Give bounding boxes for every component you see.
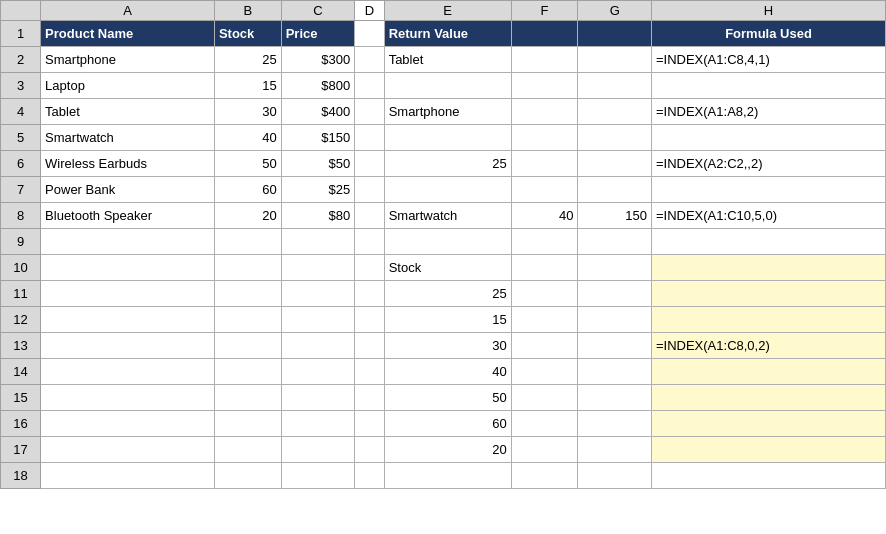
cell-g15[interactable] [578,385,652,411]
cell-d8[interactable] [355,203,384,229]
cell-e17[interactable]: 20 [384,437,511,463]
cell-e4[interactable]: Smartphone [384,99,511,125]
cell-b3[interactable]: 15 [214,73,281,99]
cell-d7[interactable] [355,177,384,203]
cell-g12[interactable] [578,307,652,333]
cell-h12[interactable] [651,307,885,333]
col-header-c[interactable]: C [281,1,355,21]
col-header-e[interactable]: E [384,1,511,21]
col-header-a[interactable]: A [41,1,215,21]
cell-h5[interactable] [651,125,885,151]
cell-g5[interactable] [578,125,652,151]
row-header-4[interactable]: 4 [1,99,41,125]
cell-f1[interactable] [511,21,578,47]
cell-f6[interactable] [511,151,578,177]
row-header-17[interactable]: 17 [1,437,41,463]
cell-c3[interactable]: $800 [281,73,355,99]
cell-d3[interactable] [355,73,384,99]
cell-g17[interactable] [578,437,652,463]
cell-d10[interactable] [355,255,384,281]
cell-c7[interactable]: $25 [281,177,355,203]
row-header-16[interactable]: 16 [1,411,41,437]
row-header-10[interactable]: 10 [1,255,41,281]
cell-c14[interactable] [281,359,355,385]
cell-g6[interactable] [578,151,652,177]
cell-c5[interactable]: $150 [281,125,355,151]
cell-f4[interactable] [511,99,578,125]
cell-c6[interactable]: $50 [281,151,355,177]
cell-b16[interactable] [214,411,281,437]
cell-e18[interactable] [384,463,511,489]
cell-e14[interactable]: 40 [384,359,511,385]
cell-b14[interactable] [214,359,281,385]
cell-f14[interactable] [511,359,578,385]
col-header-f[interactable]: F [511,1,578,21]
cell-b2[interactable]: 25 [214,47,281,73]
cell-c12[interactable] [281,307,355,333]
cell-g16[interactable] [578,411,652,437]
cell-c9[interactable] [281,229,355,255]
cell-h14[interactable] [651,359,885,385]
cell-h2[interactable]: =INDEX(A1:C8,4,1) [651,47,885,73]
cell-d18[interactable] [355,463,384,489]
cell-a13[interactable] [41,333,215,359]
cell-f18[interactable] [511,463,578,489]
cell-f16[interactable] [511,411,578,437]
cell-g18[interactable] [578,463,652,489]
row-header-3[interactable]: 3 [1,73,41,99]
row-header-13[interactable]: 13 [1,333,41,359]
cell-a12[interactable] [41,307,215,333]
row-header-11[interactable]: 11 [1,281,41,307]
cell-c11[interactable] [281,281,355,307]
cell-g1[interactable] [578,21,652,47]
cell-f17[interactable] [511,437,578,463]
cell-b5[interactable]: 40 [214,125,281,151]
cell-g8[interactable]: 150 [578,203,652,229]
cell-a16[interactable] [41,411,215,437]
cell-f11[interactable] [511,281,578,307]
row-header-7[interactable]: 7 [1,177,41,203]
cell-h15[interactable] [651,385,885,411]
cell-b9[interactable] [214,229,281,255]
cell-a9[interactable] [41,229,215,255]
cell-a14[interactable] [41,359,215,385]
cell-d2[interactable] [355,47,384,73]
cell-e9[interactable] [384,229,511,255]
cell-b12[interactable] [214,307,281,333]
row-header-18[interactable]: 18 [1,463,41,489]
cell-h3[interactable] [651,73,885,99]
cell-a4[interactable]: Tablet [41,99,215,125]
cell-h8[interactable]: =INDEX(A1:C10,5,0) [651,203,885,229]
cell-h13[interactable]: =INDEX(A1:C8,0,2) [651,333,885,359]
cell-c1[interactable]: Price [281,21,355,47]
col-header-g[interactable]: G [578,1,652,21]
cell-g13[interactable] [578,333,652,359]
cell-e13[interactable]: 30 [384,333,511,359]
cell-f8[interactable]: 40 [511,203,578,229]
cell-h17[interactable] [651,437,885,463]
row-header-12[interactable]: 12 [1,307,41,333]
cell-h4[interactable]: =INDEX(A1:A8,2) [651,99,885,125]
cell-e2[interactable]: Tablet [384,47,511,73]
cell-f9[interactable] [511,229,578,255]
col-header-d[interactable]: D [355,1,384,21]
row-header-8[interactable]: 8 [1,203,41,229]
cell-g4[interactable] [578,99,652,125]
row-header-5[interactable]: 5 [1,125,41,151]
cell-b6[interactable]: 50 [214,151,281,177]
cell-f7[interactable] [511,177,578,203]
cell-a5[interactable]: Smartwatch [41,125,215,151]
cell-d17[interactable] [355,437,384,463]
cell-d9[interactable] [355,229,384,255]
cell-d6[interactable] [355,151,384,177]
cell-e5[interactable] [384,125,511,151]
cell-a11[interactable] [41,281,215,307]
cell-a8[interactable]: Bluetooth Speaker [41,203,215,229]
cell-b17[interactable] [214,437,281,463]
cell-a10[interactable] [41,255,215,281]
cell-h18[interactable] [651,463,885,489]
cell-h16[interactable] [651,411,885,437]
cell-e15[interactable]: 50 [384,385,511,411]
row-header-6[interactable]: 6 [1,151,41,177]
cell-f5[interactable] [511,125,578,151]
